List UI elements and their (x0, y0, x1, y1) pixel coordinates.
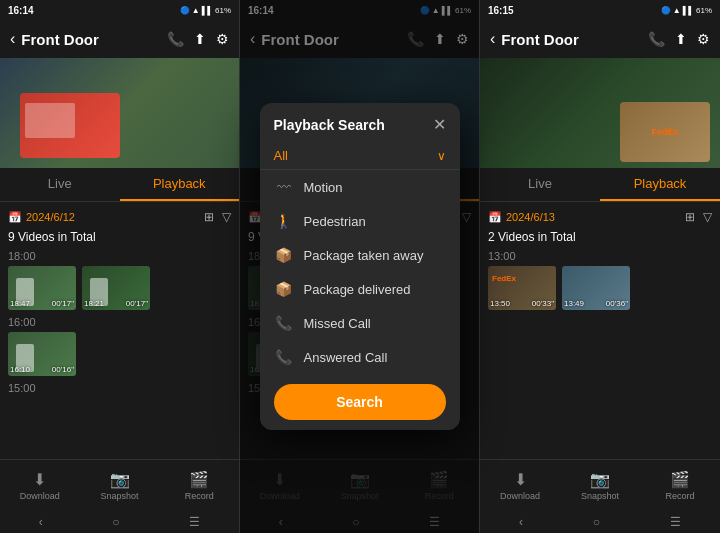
recent-sys-right[interactable]: ☰ (670, 515, 681, 529)
status-icons-right: 🔵 ▲ ▌▌ 61% (661, 6, 712, 15)
back-button-right[interactable]: ‹ (490, 30, 495, 48)
modal-option-motion[interactable]: 〰 Motion (260, 170, 460, 204)
snapshot-label-left: Snapshot (100, 491, 138, 501)
playback-search-modal: Playback Search ✕ All ∨ 〰 Motion 🚶 Pedes… (260, 103, 460, 430)
modal-option-package-delivered[interactable]: 📦 Package delivered (260, 272, 460, 306)
call-icon-r[interactable]: 📞 (648, 31, 665, 47)
grid-icon-left[interactable]: ⊞ (204, 210, 214, 224)
videos-count-left: 9 Videos in Total (8, 230, 231, 244)
header-title-right: Front Door (501, 31, 648, 48)
motion-label: Motion (304, 180, 343, 195)
middle-panel: 16:14 🔵 ▲ ▌▌ 61% ‹ Front Door 📞 ⬆ ⚙ Live… (240, 0, 480, 533)
duration-1610: 00'16" (52, 365, 74, 374)
modal-option-missed-call[interactable]: 📞 Missed Call (260, 306, 460, 340)
header-right: ‹ Front Door 📞 ⬆ ⚙ (480, 20, 720, 58)
package-delivered-icon: 📦 (274, 281, 294, 297)
share-icon-r[interactable]: ⬆ (675, 31, 687, 47)
content-left: 📅 2024/6/12 ⊞ ▽ 9 Videos in Total 18:00 … (0, 202, 239, 459)
home-sys-left[interactable]: ○ (112, 515, 119, 529)
call-icon-left[interactable]: 📞 (167, 31, 184, 47)
nav-snapshot-right[interactable]: 📷 Snapshot (560, 460, 640, 511)
time-1500-left: 15:00 (8, 382, 231, 394)
chevron-down-icon: ∨ (437, 149, 446, 163)
tabs-right: Live Playback (480, 168, 720, 202)
search-button[interactable]: Search (274, 384, 446, 420)
video-thumb-1610[interactable]: 16:10 00'16" (8, 332, 76, 376)
home-sys-right[interactable]: ○ (593, 515, 600, 529)
video-thumb-1349[interactable]: 13:49 00'36" (562, 266, 630, 310)
battery-icon-r: 61% (696, 6, 712, 15)
timestamp-1350: 13:50 (490, 299, 510, 308)
back-button-left[interactable]: ‹ (10, 30, 15, 48)
camera-preview-left (0, 58, 239, 168)
date-header-left: 📅 2024/6/12 ⊞ ▽ (8, 210, 231, 224)
video-thumb-1847[interactable]: 18:47 00'17" (8, 266, 76, 310)
modal-option-answered-call[interactable]: 📞 Answered Call (260, 340, 460, 374)
tab-live-left[interactable]: Live (0, 168, 120, 201)
modal-close-button[interactable]: ✕ (433, 115, 446, 134)
modal-option-pedestrian[interactable]: 🚶 Pedestrian (260, 204, 460, 238)
calendar-icon-left: 📅 (8, 211, 22, 224)
duration-1847: 00'17" (52, 299, 74, 308)
grid-icon-right[interactable]: ⊞ (685, 210, 695, 224)
video-thumb-1350[interactable]: 13:50 00'33" (488, 266, 556, 310)
tab-live-right[interactable]: Live (480, 168, 600, 201)
back-sys-right[interactable]: ‹ (519, 515, 523, 529)
battery-icon: 61% (215, 6, 231, 15)
nav-download-left[interactable]: ⬇ Download (0, 460, 80, 511)
time-1300-right: 13:00 (488, 250, 712, 262)
answered-call-label: Answered Call (304, 350, 388, 365)
record-icon-right: 🎬 (670, 470, 690, 489)
nav-record-right[interactable]: 🎬 Record (640, 460, 720, 511)
filter-icon-left[interactable]: ▽ (222, 210, 231, 224)
tab-playback-left[interactable]: Playback (120, 168, 240, 201)
missed-call-label: Missed Call (304, 316, 371, 331)
content-right: 📅 2024/6/13 ⊞ ▽ 2 Videos in Total 13:00 … (480, 202, 720, 459)
bottom-nav-right: ⬇ Download 📷 Snapshot 🎬 Record (480, 459, 720, 511)
recent-sys-left[interactable]: ☰ (189, 515, 200, 529)
nav-download-right[interactable]: ⬇ Download (480, 460, 560, 511)
nav-record-left[interactable]: 🎬 Record (159, 460, 239, 511)
bluetooth-icon: 🔵 (180, 6, 190, 15)
modal-overlay[interactable]: Playback Search ✕ All ∨ 〰 Motion 🚶 Pedes… (240, 0, 479, 533)
calendar-icon-right: 📅 (488, 211, 502, 224)
filter-icon-right[interactable]: ▽ (703, 210, 712, 224)
timestamp-1610: 16:10 (10, 365, 30, 374)
modal-option-package-away[interactable]: 📦 Package taken away (260, 238, 460, 272)
motion-icon: 〰 (274, 179, 294, 195)
header-actions-right: 📞 ⬆ ⚙ (648, 31, 710, 47)
settings-icon-left[interactable]: ⚙ (216, 31, 229, 47)
pedestrian-icon: 🚶 (274, 213, 294, 229)
modal-filter-row[interactable]: All ∨ (260, 142, 460, 170)
record-icon-left: 🎬 (189, 470, 209, 489)
tab-playback-right[interactable]: Playback (600, 168, 720, 201)
timestamp-1349: 13:49 (564, 299, 584, 308)
video-row-1600-left: 16:10 00'16" (8, 332, 231, 376)
wifi-icon: ▲ (192, 6, 200, 15)
snapshot-icon-right: 📷 (590, 470, 610, 489)
sys-nav-left: ‹ ○ ☰ (0, 511, 239, 533)
download-icon-right: ⬇ (514, 470, 527, 489)
date-header-right: 📅 2024/6/13 ⊞ ▽ (488, 210, 712, 224)
tabs-left: Live Playback (0, 168, 239, 202)
modal-title: Playback Search (274, 117, 385, 133)
wifi-icon-r: ▲ (673, 6, 681, 15)
bluetooth-icon-r: 🔵 (661, 6, 671, 15)
share-icon-left[interactable]: ⬆ (194, 31, 206, 47)
time-1800-left: 18:00 (8, 250, 231, 262)
record-label-right: Record (665, 491, 694, 501)
snapshot-icon-left: 📷 (110, 470, 130, 489)
nav-snapshot-left[interactable]: 📷 Snapshot (80, 460, 160, 511)
back-sys-left[interactable]: ‹ (39, 515, 43, 529)
signal-icon: ▌▌ (202, 6, 213, 15)
video-row-1800-left: 18:47 00'17" 18:21 00'17" (8, 266, 231, 310)
duration-1821: 00'17" (126, 299, 148, 308)
duration-1349: 00'36" (606, 299, 628, 308)
truck-image-left (20, 93, 120, 158)
status-time-right: 16:15 (488, 5, 514, 16)
date-label-left: 📅 2024/6/12 (8, 211, 75, 224)
video-thumb-1821[interactable]: 18:21 00'17" (82, 266, 150, 310)
settings-icon-r[interactable]: ⚙ (697, 31, 710, 47)
camera-preview-right: FedEx (480, 58, 720, 168)
status-bar-right: 16:15 🔵 ▲ ▌▌ 61% (480, 0, 720, 20)
